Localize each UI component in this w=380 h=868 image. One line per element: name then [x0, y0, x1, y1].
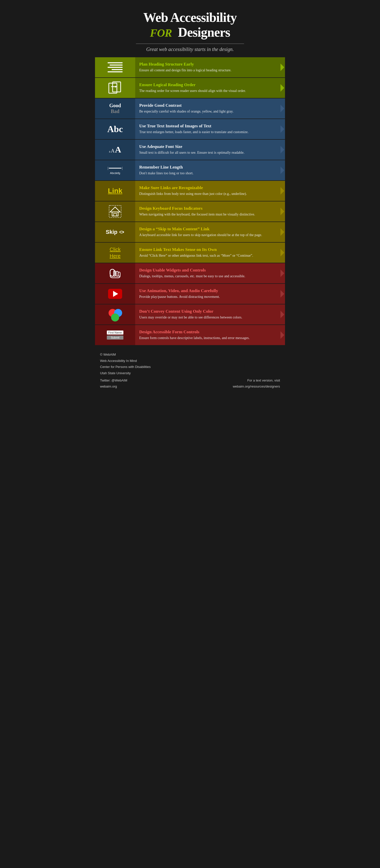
font-size-icon: a A A	[95, 140, 135, 160]
form-controls-title: Design Accessible Form Controls	[139, 330, 275, 335]
true-text-title: Use True Text Instead of Images of Text	[139, 124, 275, 129]
row-reading-order: Ensure Logical Reading Order The reading…	[95, 78, 285, 98]
title-for: FOR	[150, 27, 172, 39]
form-controls-content: Design Accessible Form Controls Ensure f…	[135, 325, 280, 345]
green-section: Plan Heading Structure Early Ensure all …	[95, 57, 285, 98]
line-length-content: Remember Line Length Don't make lines to…	[135, 160, 280, 180]
line-length-icon: | | Abcdefg	[95, 160, 135, 180]
heading-structure-title: Plan Heading Structure Early	[139, 62, 275, 67]
here-label: Here	[110, 253, 120, 259]
keyboard-focus-title: Design Keyboard Focus Indicators	[139, 206, 275, 211]
header-divider	[136, 43, 244, 44]
svg-marker-5	[110, 207, 120, 212]
circle-green	[111, 313, 119, 321]
widgets-desc: Dialogs, tooltips, menus, carousels, etc…	[139, 274, 275, 279]
footer-twitter: Twitter: @WebAIM	[100, 377, 127, 384]
colors-icon	[95, 304, 135, 324]
contrast-bad-label: Bad	[109, 108, 121, 114]
row-arrow	[280, 263, 285, 283]
animation-title: Use Animation, Video, and Audio Carefull…	[139, 288, 275, 293]
heading-structure-content: Plan Heading Structure Early Ensure all …	[135, 57, 280, 78]
contrast-good-label: Good	[109, 103, 121, 108]
font-size-desc: Small text is difficult for all users to…	[139, 150, 275, 155]
row-click-here: Click Here Ensure Link Text Makes Sense …	[95, 243, 285, 263]
click-here-desc: Avoid “Click Here” or other ambiguous li…	[139, 253, 275, 258]
row-arrow	[280, 160, 285, 180]
title-line2: FOR Designers	[100, 25, 280, 40]
reading-order-title: Ensure Logical Reading Order	[139, 82, 275, 87]
row-arrow	[280, 284, 285, 304]
header: Web Accessibility FOR Designers Great we…	[95, 0, 285, 57]
link-icon: Link	[95, 181, 135, 201]
color-only-title: Don’t Convey Content Using Only Color	[139, 309, 275, 314]
row-arrow	[280, 243, 285, 263]
link-label: Link	[108, 187, 122, 195]
row-form-controls: First Name Submit Design Accessible Form…	[95, 325, 285, 345]
svg-rect-6	[112, 212, 118, 216]
links-title: Make Sure Links are Recognizable	[139, 185, 275, 190]
touch-icon	[95, 263, 135, 283]
gold-section: Link Make Sure Links are Recognizable Di…	[95, 181, 285, 263]
row-color-only: Don’t Convey Content Using Only Color Us…	[95, 304, 285, 324]
footer: © WebAIM Web Accessibility In Mind Cente…	[95, 346, 285, 395]
form-input-label: First Name	[107, 331, 123, 335]
click-here-icon: Click Here	[95, 243, 135, 263]
svg-rect-7	[114, 214, 117, 216]
footer-right: For a text version, visitwebaim.org/reso…	[127, 377, 280, 390]
color-only-content: Don’t Convey Content Using Only Color Us…	[135, 304, 280, 324]
keyboard-focus-icon	[95, 202, 135, 221]
form-controls-desc: Ensure form controls have descriptive la…	[139, 336, 275, 341]
widgets-title: Design Usable Widgets and Controls	[139, 268, 275, 273]
row-contrast: Good Bad Provide Good Contrast Be especi…	[95, 98, 285, 119]
contrast-desc: Be especially careful with shades of ora…	[139, 109, 275, 114]
font-size-content: Use Adequate Font Size Small text is dif…	[135, 140, 280, 160]
row-arrow	[280, 98, 285, 119]
footer-website: webaim.org	[100, 383, 127, 390]
play-triangle	[113, 291, 118, 297]
click-here-title: Ensure Link Text Makes Sense on Its Own	[139, 247, 275, 252]
font-size-title: Use Adequate Font Size	[139, 144, 275, 149]
title-line1: Web Accessibility	[100, 10, 280, 25]
links-content: Make Sure Links are Recognizable Disting…	[135, 181, 280, 201]
row-arrow	[280, 202, 285, 221]
title-designers: Designers	[178, 25, 230, 39]
video-icon	[95, 284, 135, 304]
row-links: Link Make Sure Links are Recognizable Di…	[95, 181, 285, 201]
form-icon: First Name Submit	[95, 325, 135, 345]
color-only-desc: Users may override or may not be able to…	[139, 315, 275, 320]
form-button-label: Submit	[107, 336, 123, 340]
row-animation: Use Animation, Video, and Audio Carefull…	[95, 284, 285, 304]
svg-rect-12	[118, 272, 120, 276]
click-label: Click	[110, 246, 120, 253]
keyboard-focus-desc: When navigating with the keyboard, the f…	[139, 212, 275, 217]
contrast-title: Provide Good Contrast	[139, 103, 275, 108]
play-button	[108, 289, 122, 299]
row-arrow	[280, 181, 285, 201]
row-arrow	[280, 78, 285, 98]
click-here-content: Ensure Link Text Makes Sense on Its Own …	[135, 243, 280, 263]
line-length-title: Remember Line Length	[139, 165, 275, 170]
skip-desc: A keyboard accessible link for users to …	[139, 232, 275, 238]
row-arrow	[280, 325, 285, 345]
reading-order-content: Ensure Logical Reading Order The reading…	[135, 78, 280, 98]
line-length-desc: Don't make lines too long or too short.	[139, 171, 275, 176]
contrast-icon: Good Bad	[95, 98, 135, 119]
contrast-content: Provide Good Contrast Be especially care…	[135, 98, 280, 119]
widgets-content: Design Usable Widgets and Controls Dialo…	[135, 263, 280, 283]
heading-lines-icon	[95, 57, 135, 78]
row-arrow	[280, 222, 285, 242]
font-small: a	[109, 150, 110, 153]
font-large: A	[115, 145, 121, 154]
footer-line4: Utah State University	[100, 370, 280, 376]
header-subtitle: Great web accessibility starts in the de…	[100, 46, 280, 52]
true-text-content: Use True Text Instead of Images of Text …	[135, 119, 280, 139]
row-line-length: | | Abcdefg Remember Line Length Don't m…	[95, 160, 285, 180]
animation-desc: Provide play/pause buttons. Avoid distra…	[139, 294, 275, 299]
row-arrow	[280, 304, 285, 324]
blue-section: Good Bad Provide Good Contrast Be especi…	[95, 98, 285, 180]
footer-line3: Center for Persons with Disabilities	[100, 364, 280, 370]
row-arrow	[280, 119, 285, 139]
row-arrow	[280, 140, 285, 160]
skip-title: Design a “Skip to Main Content” Link	[139, 226, 275, 231]
red-section: Design Usable Widgets and Controls Dialo…	[95, 263, 285, 345]
